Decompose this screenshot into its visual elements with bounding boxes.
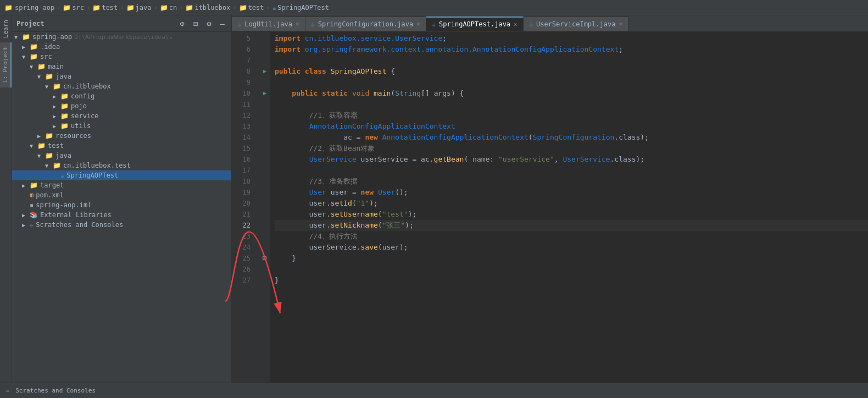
ln-20: 20	[232, 198, 255, 209]
gutter-25[interactable]: ⊟	[259, 253, 270, 264]
tree-item-pom[interactable]: m pom.xml	[12, 190, 231, 200]
breadcrumb-folder-icon-test2: 📁	[239, 4, 247, 12]
tree-name-cn-itbluebox-test: cn.itbluebox.test	[63, 162, 131, 169]
gutter-12	[259, 110, 270, 121]
project-tab[interactable]: 1: Project	[0, 42, 12, 87]
file-tree: ▼ 📁 spring-aop D:\AProgramWorkSpace\idea…	[12, 32, 231, 383]
gutter-23	[259, 231, 270, 242]
breadcrumb-item-4[interactable]: java	[136, 4, 152, 12]
tree-item-utils[interactable]: ▶ 📁 utils	[12, 121, 231, 131]
tab-label-LogUtil: LogUtil.java	[244, 20, 292, 28]
tab-close-LogUtil[interactable]: ✕	[296, 20, 299, 27]
breadcrumb-item-7[interactable]: test	[248, 4, 264, 12]
breadcrumb-item-8[interactable]: SpringAOPTest	[277, 4, 329, 12]
gutter-26	[259, 264, 270, 275]
tree-item-scratches[interactable]: ▶ ✏ Scratches and Consoles	[12, 220, 231, 230]
tree-item-cn-itbluebox[interactable]: ▼ 📁 cn.itbluebox	[12, 81, 231, 91]
tab-LogUtil[interactable]: ☕ LogUtil.java ✕	[232, 16, 305, 31]
tab-close-SpringAOPTest[interactable]: ✕	[514, 21, 518, 28]
code-line-5: import cn.itbluebox.service.UserService …	[275, 33, 868, 44]
code-line-9	[275, 77, 868, 88]
arrow-main-java: ▼	[37, 74, 45, 80]
editor-area: ☕ LogUtil.java ✕ ☕ SpringConfiguration.j…	[232, 15, 868, 383]
tab-UserServiceImpl[interactable]: ☕ UserServiceImpl.java ✕	[524, 16, 628, 31]
arrow-utils: ▶	[53, 123, 60, 129]
tree-item-SpringAOPTest[interactable]: ☕ SpringAOPTest	[12, 170, 231, 180]
breadcrumb-item-2[interactable]: src	[72, 4, 84, 12]
gutter-6	[259, 44, 270, 55]
tree-name-test: test	[48, 142, 64, 150]
code-line-23: //4、执行方法	[275, 231, 868, 242]
tree-name-cn-itbluebox: cn.itbluebox	[63, 82, 111, 90]
tree-item-main-java[interactable]: ▼ 📁 java	[12, 71, 231, 81]
project-toolbar: Project ⊕ ⊟ ⚙ —	[12, 15, 231, 32]
tree-name-config: config	[71, 92, 94, 100]
tree-item-iml[interactable]: ▪ spring-aop.iml	[12, 200, 231, 210]
breadcrumb-folder-icon-java: 📁	[126, 4, 135, 12]
tree-item-service[interactable]: ▶ 📁 service	[12, 111, 231, 121]
toolbar-settings-icon[interactable]: ⚙	[204, 18, 213, 29]
tree-item-resources[interactable]: ▶ 📁 resources	[12, 131, 231, 141]
main-layout: Learn 1: Project Project ⊕ ⊟ ⚙ — ▼ 📁 spr…	[0, 15, 868, 383]
gutter-14	[259, 132, 270, 143]
folder-icon-cn-itbluebox: 📁	[53, 82, 61, 90]
code-lines[interactable]: import cn.itbluebox.service.UserService …	[270, 32, 868, 383]
breadcrumb-folder-icon-cn: 📁	[160, 4, 168, 12]
tree-item-config[interactable]: ▶ 📁 config	[12, 91, 231, 101]
project-title: Project	[16, 20, 173, 27]
tree-name-SpringAOPTest: SpringAOPTest	[66, 172, 118, 179]
breadcrumb-item-6[interactable]: itbluebox	[194, 4, 230, 12]
tree-item-idea[interactable]: ▶ 📁 .idea	[12, 42, 231, 52]
gutter-24	[259, 242, 270, 253]
gutter-8[interactable]: ▶	[259, 66, 270, 77]
arrow-service: ▶	[53, 113, 60, 119]
code-line-20: user. setId ( "1" );	[275, 198, 868, 209]
arrow-root: ▼	[14, 34, 22, 40]
code-line-10: public static void main ( String [] args…	[275, 88, 868, 99]
tab-close-UserServiceImpl[interactable]: ✕	[619, 20, 622, 27]
toolbar-collapse-icon[interactable]: ⊟	[191, 18, 200, 29]
class-icon-SpringAOPTest: ☕	[60, 172, 64, 179]
toolbar-add-icon[interactable]: ⊕	[177, 18, 186, 29]
breadcrumb-item-5[interactable]: cn	[169, 4, 177, 12]
toolbar-minimize-icon[interactable]: —	[218, 18, 227, 29]
tree-name-pom: pom.xml	[36, 191, 64, 199]
code-line-13: AnnotationConfigApplicationContext	[275, 121, 868, 132]
tab-SpringConfiguration[interactable]: ☕ SpringConfiguration.java ✕	[305, 16, 426, 31]
breadcrumb-item-1[interactable]: spring-aop	[15, 4, 54, 12]
xml-icon-pom: m	[30, 191, 34, 199]
tree-item-root[interactable]: ▼ 📁 spring-aop D:\AProgramWorkSpace\idea…	[12, 32, 231, 42]
arrow-cn-itbluebox: ▼	[45, 84, 53, 90]
tree-item-test[interactable]: ▼ 📁 test	[12, 141, 231, 151]
line-numbers: 5 6 7 8 9 10 11 12 13 14 15 16 17 18 19 …	[232, 32, 259, 383]
tree-item-cn-itbluebox-test[interactable]: ▼ 📁 cn.itbluebox.test	[12, 161, 231, 170]
tab-SpringAOPTest[interactable]: ☕ SpringAOPTest.java ✕	[426, 16, 524, 31]
breadcrumb-folder-icon-itbluebox: 📁	[185, 4, 193, 12]
tree-name-iml: spring-aop.iml	[36, 201, 91, 209]
arrow-SpringAOPTest	[53, 173, 60, 179]
project-panel: Project ⊕ ⊟ ⚙ — ▼ 📁 spring-aop D:\AProgr…	[12, 15, 232, 383]
tree-root-name: spring-aop	[32, 33, 72, 41]
learn-tab[interactable]: Learn	[1, 15, 11, 42]
tree-item-target[interactable]: ▶ 📁 target	[12, 180, 231, 190]
code-line-27: }	[275, 275, 868, 286]
tab-close-SpringConfiguration[interactable]: ✕	[416, 20, 420, 27]
gutter-18	[259, 176, 270, 187]
tree-item-src[interactable]: ▼ 📁 src	[12, 52, 231, 62]
gutter-10[interactable]: ▶	[259, 88, 270, 99]
code-editor[interactable]: 5 6 7 8 9 10 11 12 13 14 15 16 17 18 19 …	[232, 32, 868, 383]
tree-item-main[interactable]: ▼ 📁 main	[12, 62, 231, 71]
tree-name-target: target	[40, 181, 64, 189]
ln-19: 19	[232, 187, 255, 198]
tree-item-ext-lib[interactable]: ▶ 📚 External Libraries	[12, 210, 231, 220]
breadcrumb-bar: 📁 spring-aop › 📁 src › 📁 test › 📁 java ›…	[0, 0, 868, 15]
code-line-22: user. setNickname ( "张三" );	[275, 220, 868, 231]
arrow-test: ▼	[30, 143, 37, 149]
gutter-9	[259, 77, 270, 88]
breadcrumb-item-3[interactable]: test	[102, 4, 118, 12]
tree-item-test-java[interactable]: ▼ 📁 java	[12, 151, 231, 161]
favorites-tab[interactable]: ✏ Scratches and Consoles	[4, 383, 97, 398]
gutter-17	[259, 165, 270, 176]
tree-item-pojo[interactable]: ▶ 📁 pojo	[12, 101, 231, 111]
ln-14: 14	[232, 132, 255, 143]
